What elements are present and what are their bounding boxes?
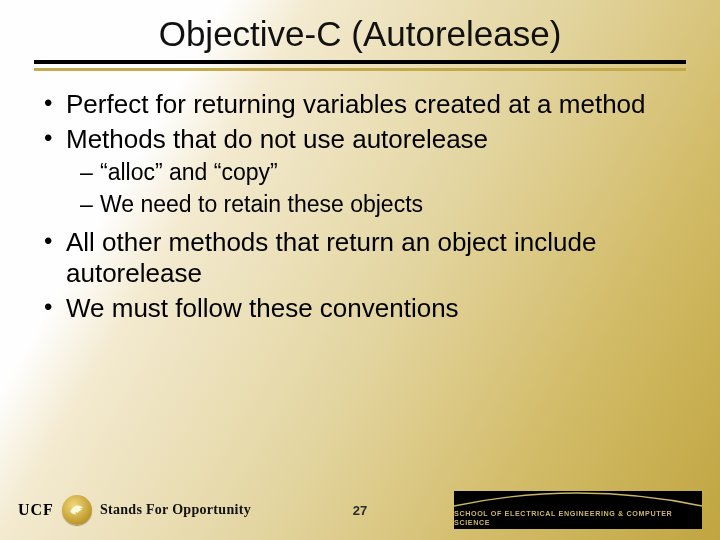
ucf-logo-block: UCF Stands For Opportunity	[18, 495, 251, 525]
sub-bullet-item: “alloc” and “copy”	[80, 158, 686, 187]
title-rule	[34, 60, 686, 71]
ucf-tagline: Stands For Opportunity	[100, 502, 251, 518]
eecs-text: SCHOOL OF ELECTRICAL ENGINEERING & COMPU…	[454, 509, 702, 527]
slide-title: Objective-C (Autorelease)	[34, 14, 686, 54]
pegasus-icon	[62, 495, 92, 525]
sub-bullet-list: “alloc” and “copy” We need to retain the…	[66, 158, 686, 219]
sub-bullet-item: We need to retain these objects	[80, 190, 686, 219]
eecs-logo: SCHOOL OF ELECTRICAL ENGINEERING & COMPU…	[454, 491, 702, 529]
footer: UCF Stands For Opportunity 27 SCHOOL OF …	[0, 488, 720, 532]
slide: Objective-C (Autorelease) Perfect for re…	[0, 0, 720, 540]
bullet-list: Perfect for returning variables created …	[34, 89, 686, 323]
bullet-text: Methods that do not use autorelease	[66, 124, 488, 154]
bullet-item: Methods that do not use autorelease “all…	[42, 124, 686, 220]
bullet-item: All other methods that return an object …	[42, 227, 686, 288]
ucf-wordmark: UCF	[18, 501, 54, 519]
bullet-item: Perfect for returning variables created …	[42, 89, 686, 120]
bullet-item: We must follow these conventions	[42, 293, 686, 324]
